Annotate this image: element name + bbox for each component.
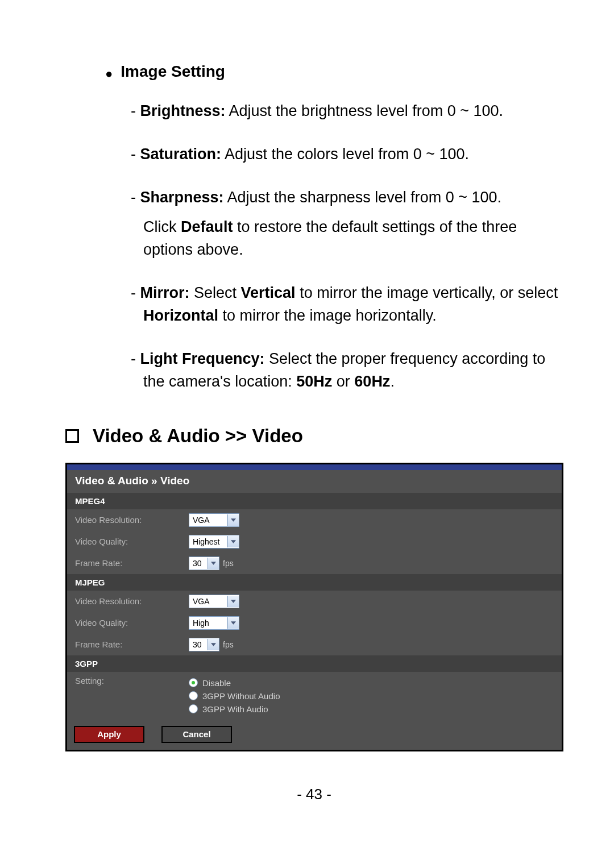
- video-audio-heading: Video & Audio >> Video: [93, 425, 303, 447]
- chevron-down-icon[interactable]: [227, 514, 239, 526]
- mpeg4-frame-unit: fps: [223, 559, 234, 568]
- bullet-disc-icon: ●: [105, 68, 113, 80]
- saturation-text: Adjust the colors level from 0 ~ 100.: [221, 146, 469, 163]
- mpeg4-resolution-select[interactable]: VGA: [189, 513, 239, 527]
- mpeg4-quality-select[interactable]: Highest: [189, 535, 239, 549]
- mpeg4-frame-value: 30: [189, 559, 208, 568]
- radio-icon: [189, 678, 198, 687]
- sharpness-item: - Sharpness: Adjust the sharpness level …: [131, 186, 563, 261]
- lightfreq-label: Light Frequency:: [140, 350, 265, 367]
- mjpeg-resolution-label: Video Resolution:: [73, 596, 189, 606]
- mjpeg-quality-select[interactable]: High: [189, 616, 239, 630]
- mpeg4-resolution-row: Video Resolution: VGA: [67, 509, 562, 531]
- chevron-down-icon[interactable]: [208, 558, 219, 569]
- mirror-item: - Mirror: Select Vertical to mirror the …: [131, 282, 563, 327]
- mpeg4-resolution-label: Video Resolution:: [73, 515, 189, 525]
- brightness-item: - Brightness: Adjust the brightness leve…: [131, 100, 563, 123]
- mpeg4-quality-label: Video Quality:: [73, 537, 189, 546]
- square-bullet-icon: [65, 429, 79, 443]
- mjpeg-resolution-select[interactable]: VGA: [189, 595, 239, 608]
- image-setting-heading: ● Image Setting: [105, 63, 563, 81]
- radio-disable-label: Disable: [202, 678, 231, 688]
- image-setting-title: Image Setting: [121, 63, 225, 81]
- mpeg4-quality-row: Video Quality: Highest: [67, 531, 562, 553]
- sharpness-text: Adjust the sharpness level from 0 ~ 100.: [224, 189, 502, 206]
- 3gpp-setting-label: Setting:: [73, 676, 189, 686]
- mjpeg-frame-label: Frame Rate:: [73, 639, 189, 649]
- mpeg4-quality-value: Highest: [189, 537, 227, 546]
- mpeg4-frame-select[interactable]: 30: [189, 556, 219, 570]
- radio-with-audio-label: 3GPP With Audio: [202, 704, 268, 714]
- light-frequency-item: - Light Frequency: Select the proper fre…: [131, 348, 563, 393]
- mpeg4-frame-label: Frame Rate:: [73, 558, 189, 568]
- mjpeg-resolution-row: Video Resolution: VGA: [67, 591, 562, 612]
- 3gpp-band: 3GPP: [67, 655, 562, 672]
- sharpness-label: Sharpness:: [140, 189, 224, 206]
- mirror-label: Mirror:: [140, 284, 190, 301]
- mpeg4-band: MPEG4: [67, 493, 562, 509]
- video-audio-heading-row: Video & Audio >> Video: [65, 425, 563, 447]
- brightness-label: Brightness:: [140, 102, 226, 119]
- mpeg4-frame-row: Frame Rate: 30 fps: [67, 553, 562, 574]
- brightness-text: Adjust the brightness level from 0 ~ 100…: [226, 102, 504, 119]
- mjpeg-frame-select[interactable]: 30: [189, 638, 219, 651]
- radio-without-audio-label: 3GPP Without Audio: [202, 691, 280, 701]
- chevron-down-icon[interactable]: [227, 596, 239, 607]
- page-number: - 43 -: [65, 786, 563, 803]
- mjpeg-band: MJPEG: [67, 574, 562, 591]
- apply-button[interactable]: Apply: [74, 726, 144, 743]
- chevron-down-icon[interactable]: [208, 639, 219, 650]
- mjpeg-frame-row: Frame Rate: 30 fps: [67, 634, 562, 655]
- button-bar: Apply Cancel: [67, 720, 562, 750]
- chevron-down-icon[interactable]: [227, 536, 239, 547]
- radio-3gpp-without-audio[interactable]: 3GPP Without Audio: [189, 691, 280, 701]
- radio-3gpp-with-audio[interactable]: 3GPP With Audio: [189, 704, 280, 714]
- radio-icon: [189, 704, 198, 713]
- video-settings-panel: Video & Audio » Video MPEG4 Video Resolu…: [65, 463, 563, 751]
- mjpeg-quality-row: Video Quality: High: [67, 612, 562, 634]
- mjpeg-frame-unit: fps: [223, 640, 234, 649]
- cancel-button[interactable]: Cancel: [161, 726, 232, 743]
- radio-icon: [189, 691, 198, 700]
- default-note-b: Default: [181, 218, 233, 235]
- mpeg4-resolution-value: VGA: [189, 516, 227, 525]
- panel-accent-bar: [67, 464, 562, 470]
- mjpeg-frame-value: 30: [189, 640, 208, 649]
- saturation-item: - Saturation: Adjust the colors level fr…: [131, 143, 563, 166]
- radio-disable[interactable]: Disable: [189, 678, 280, 688]
- mjpeg-quality-label: Video Quality:: [73, 618, 189, 628]
- default-note-a: Click: [143, 218, 181, 235]
- mjpeg-resolution-value: VGA: [189, 597, 227, 606]
- saturation-label: Saturation:: [140, 146, 222, 163]
- panel-title: Video & Audio » Video: [67, 470, 562, 493]
- chevron-down-icon[interactable]: [227, 617, 239, 629]
- 3gpp-setting-row: Setting: Disable 3GPP Without Audio 3GPP…: [67, 672, 562, 720]
- mjpeg-quality-value: High: [189, 618, 227, 628]
